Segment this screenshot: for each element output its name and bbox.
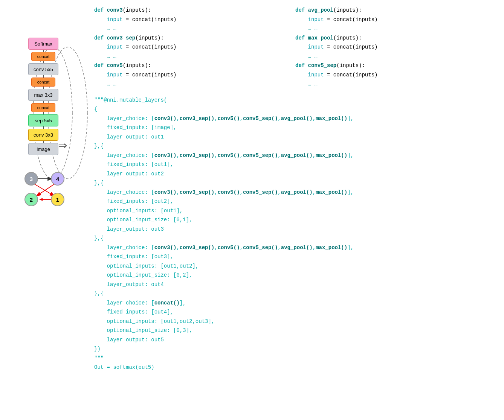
graph-node-3: 3 [24,172,38,186]
mutable-block: """@nni.mutable_layers( { layer_choice: … [94,96,496,372]
concat-node-mid: concat [31,78,55,87]
func-defs: def conv3(inputs): input = concat(inputs… [94,6,496,89]
nn-diagram: Softmax concat conv 5x5 concat max 3x3 [28,38,58,155]
func-col-right: def avg_pool(inputs): input = concat(inp… [295,6,496,89]
graph-node-2: 2 [24,193,38,206]
graph-node-1: 1 [51,193,64,206]
max3x3-node: max 3x3 [28,89,58,101]
graph-node-4: 4 [51,172,64,186]
svg-marker-6 [40,198,43,201]
conv5x5-node: conv 5x5 [28,63,58,75]
func-col-left: def conv3(inputs): input = concat(inputs… [94,6,295,89]
image-node: Image [28,143,58,155]
concat-node-top: concat [31,52,55,61]
concat-node-bot: concat [31,103,55,112]
graph-diagram: 3 4 2 1 [21,170,70,208]
arrow-right: ⇒ [58,139,67,152]
softmax-node: Softmax [28,38,58,50]
left-panel: Softmax concat conv 5x5 concat max 3x3 [0,0,87,420]
right-panel: def conv3(inputs): input = concat(inputs… [87,0,504,420]
conv3x3-node: conv 3x3 [28,129,58,141]
sep5x5-node: sep 5x5 [28,114,58,126]
